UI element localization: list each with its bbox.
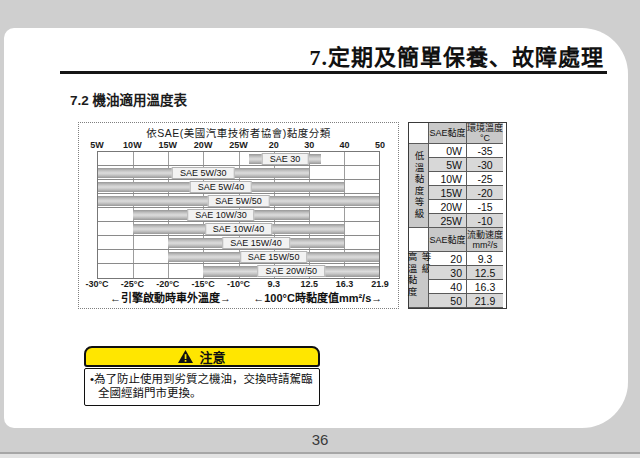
chart-bar-label: SAE 10W/30 bbox=[187, 209, 255, 221]
bottom-axis-tick-label: -10°C bbox=[227, 279, 250, 290]
caution-title: 注意 bbox=[199, 347, 225, 366]
table-corner-cell bbox=[409, 123, 429, 144]
chart-bar-label: SAE 15W/40 bbox=[222, 237, 290, 249]
chart-row: SAE 30 bbox=[98, 152, 379, 166]
table-cell-value: -30 bbox=[467, 158, 503, 172]
bottom-axis-tick-label: 12.5 bbox=[300, 279, 318, 290]
caution-box: 注意 •為了防止使用到劣質之機油，交換時請駕臨全國經銷門市更換。 bbox=[84, 346, 320, 406]
top-axis-tick-label: 50 bbox=[375, 140, 385, 151]
table-cell-value: 9.3 bbox=[467, 252, 503, 266]
table-corner-cell bbox=[409, 228, 429, 252]
viscosity-table-section: SAE黏度環境溫度 °C低溫黏度等級0W-355W-3010W-2515W-20… bbox=[409, 123, 506, 228]
top-axis-tick-label: 20 bbox=[269, 140, 279, 151]
table-cell-sae: 20W bbox=[429, 200, 467, 214]
chart-title: 依SAE(美國汽車技術者協會)黏度分類 bbox=[87, 126, 390, 140]
chart-bar-label: SAE 10W/40 bbox=[205, 223, 273, 235]
table-cell-value: 16.3 bbox=[467, 280, 503, 294]
table-header-value: 環境溫度 °C bbox=[467, 123, 503, 144]
chart-row: SAE 15W/40 bbox=[98, 236, 379, 250]
chart-footnote-right: ←100°C時黏度值mm²/s→ bbox=[253, 291, 382, 305]
table-cell-sae: 5W bbox=[429, 158, 467, 172]
top-axis-tick-label: 25W bbox=[229, 140, 248, 151]
top-axis-tick-label: 15W bbox=[158, 140, 177, 151]
page-title: 7.定期及簡單保養、故障處理 bbox=[309, 39, 604, 71]
top-axis-tick-label: 10W bbox=[123, 140, 142, 151]
bottom-axis-tick-label: 21.9 bbox=[371, 279, 389, 290]
chart-bottom-axis: -30°C-25°C-20°C-15°C-10°C9.312.516.321.9 bbox=[97, 279, 380, 290]
section-title: 7.2 機油適用溫度表 bbox=[70, 89, 187, 109]
table-cell-value: -25 bbox=[467, 172, 503, 186]
manual-page-scan: 7.定期及簡單保養、故障處理 7.2 機油適用溫度表 依SAE(美國汽車技術者協… bbox=[0, 0, 640, 458]
chart-bar-label: SAE 20W/50 bbox=[257, 265, 325, 277]
table-cell-value: -15 bbox=[467, 200, 503, 214]
viscosity-table: SAE黏度環境溫度 °C低溫黏度等級0W-355W-3010W-2515W-20… bbox=[408, 122, 507, 309]
table-cell-sae: 15W bbox=[429, 186, 467, 200]
page-sheet: 7.定期及簡單保養、故障處理 7.2 機油適用溫度表 依SAE(美國汽車技術者協… bbox=[4, 28, 628, 428]
table-cell-sae: 40 bbox=[429, 280, 467, 294]
top-axis-tick-label: 5W bbox=[90, 140, 104, 151]
chart-footnotes: ←引擎啟動時車外溫度→ ←100°C時黏度值mm²/s→ bbox=[97, 291, 380, 306]
chart-bar-label: SAE 5W/50 bbox=[207, 195, 270, 207]
chart-row: SAE 10W/40 bbox=[98, 222, 379, 236]
chart-row: SAE 5W/50 bbox=[98, 194, 379, 208]
top-axis-tick-label: 20W bbox=[194, 140, 213, 151]
table-cell-sae: 50 bbox=[429, 294, 467, 308]
table-header-sae: SAE黏度 bbox=[429, 228, 467, 252]
title-rule bbox=[60, 71, 607, 74]
chart-row: SAE 20W/50 bbox=[98, 264, 379, 278]
caution-body: •為了防止使用到劣質之機油，交換時請駕臨全國經銷門市更換。 bbox=[84, 368, 320, 406]
table-header-value: 流動速度 mm²/s bbox=[467, 228, 503, 252]
table-side-label: 低溫黏度等級 bbox=[409, 144, 429, 228]
table-cell-value: -35 bbox=[467, 144, 503, 158]
chart-bar-label: SAE 15W/50 bbox=[240, 251, 308, 263]
chart-row: SAE 5W/30 bbox=[98, 166, 379, 180]
chart-bar-label: SAE 5W/40 bbox=[190, 181, 253, 193]
table-cell-sae: 0W bbox=[429, 144, 467, 158]
chart-row: SAE 15W/50 bbox=[98, 250, 379, 264]
bottom-axis-tick-label: -30°C bbox=[85, 279, 108, 290]
table-cell-value: 12.5 bbox=[467, 266, 503, 280]
table-side-label: 高溫黏度等級 bbox=[409, 252, 429, 308]
oil-temperature-chart: 依SAE(美國汽車技術者協會)黏度分類 5W10W15W20W25W203040… bbox=[78, 122, 399, 309]
caution-header: 注意 bbox=[84, 346, 320, 367]
table-header-sae: SAE黏度 bbox=[429, 123, 467, 144]
chart-bar-label: SAE 5W/30 bbox=[172, 167, 235, 179]
table-cell-sae: 20 bbox=[429, 252, 467, 266]
top-axis-tick-label: 30 bbox=[304, 140, 314, 151]
table-cell-value: -10 bbox=[467, 214, 503, 228]
bottom-axis-tick-label: 9.3 bbox=[268, 279, 281, 290]
chart-footnote-left: ←引擎啟動時車外溫度→ bbox=[110, 291, 231, 305]
page-number: 36 bbox=[0, 431, 640, 448]
bottom-axis-tick-label: -15°C bbox=[192, 279, 215, 290]
caution-text: 為了防止使用到劣質之機油，交換時請駕臨全國經銷門市更換。 bbox=[94, 373, 313, 399]
viscosity-table-section: SAE黏度流動速度 mm²/s高溫黏度等級209.33012.54016.350… bbox=[409, 228, 506, 308]
bottom-axis-tick-label: 16.3 bbox=[336, 279, 354, 290]
warning-icon bbox=[178, 350, 193, 363]
table-cell-value: -20 bbox=[467, 186, 503, 200]
table-cell-sae: 25W bbox=[429, 214, 467, 228]
chart-bar-label: SAE 30 bbox=[262, 153, 309, 165]
chart-row: SAE 5W/40 bbox=[98, 180, 379, 194]
table-cell-sae: 30 bbox=[429, 266, 467, 280]
chart-top-axis: 5W10W15W20W25W20304050 bbox=[97, 140, 380, 151]
table-cell-sae: 10W bbox=[429, 172, 467, 186]
table-cell-value: 21.9 bbox=[467, 294, 503, 308]
bottom-axis-tick-label: -25°C bbox=[121, 279, 144, 290]
footer-strip bbox=[0, 454, 640, 458]
chart-row: SAE 10W/30 bbox=[98, 208, 379, 222]
chart-plot-area: SAE 30SAE 5W/30SAE 5W/40SAE 5W/50SAE 10W… bbox=[97, 151, 380, 279]
top-axis-tick-label: 40 bbox=[340, 140, 350, 151]
bottom-axis-tick-label: -20°C bbox=[156, 279, 179, 290]
